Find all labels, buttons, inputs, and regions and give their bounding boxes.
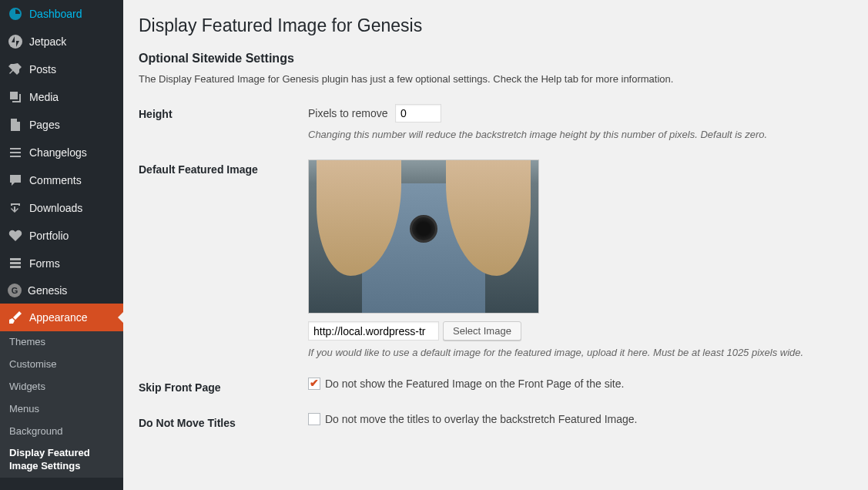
- sidebar-item-pages[interactable]: Pages: [0, 111, 123, 139]
- sidebar-item-label: Genesis: [28, 284, 67, 297]
- list-icon: [8, 145, 23, 160]
- no-move-titles-checkbox[interactable]: [308, 413, 320, 425]
- heart-icon: [8, 228, 23, 243]
- sidebar-item-label: Comments: [29, 174, 82, 186]
- height-inline-label: Pixels to remove: [308, 107, 387, 119]
- submenu-background[interactable]: Background: [0, 421, 123, 443]
- svg-point-0: [8, 35, 22, 49]
- sidebar-item-label: Appearance: [29, 311, 88, 324]
- field-default-image: Default Featured Image Select Image If y…: [139, 159, 853, 358]
- submenu-customise[interactable]: Customise: [0, 354, 123, 376]
- sidebar-item-label: Posts: [29, 63, 56, 76]
- pages-icon: [8, 117, 23, 133]
- default-image-desc: If you would like to use a default image…: [308, 347, 853, 358]
- sidebar-item-label: Dashboard: [29, 8, 82, 20]
- appearance-submenu: Themes Customise Widgets Menus Backgroun…: [0, 331, 123, 478]
- submenu-widgets[interactable]: Widgets: [0, 376, 123, 398]
- brush-icon: [8, 310, 23, 325]
- sidebar-item-label: Forms: [29, 257, 60, 270]
- height-input[interactable]: [395, 104, 441, 123]
- select-image-button[interactable]: Select Image: [443, 321, 521, 341]
- sidebar-item-label: Pages: [29, 119, 60, 131]
- sidebar-item-changelogs[interactable]: Changelogs: [0, 139, 123, 166]
- submenu-menus[interactable]: Menus: [0, 398, 123, 421]
- page-title: Display Featured Image for Genesis: [139, 15, 853, 36]
- submenu-display-featured-image[interactable]: Display Featured Image Settings: [0, 442, 123, 478]
- sidebar-item-label: Downloads: [29, 202, 82, 214]
- skip-front-checkbox[interactable]: [308, 378, 320, 390]
- media-icon: [8, 89, 23, 105]
- pin-icon: [8, 62, 23, 77]
- submenu-themes[interactable]: Themes: [0, 331, 123, 354]
- page-subtitle: Optional Sitewide Settings: [139, 52, 853, 65]
- sidebar-item-label: Portfolio: [29, 230, 69, 242]
- admin-sidebar: Dashboard Jetpack Posts Media Pages Chan…: [0, 0, 123, 490]
- sidebar-item-dashboard[interactable]: Dashboard: [0, 0, 123, 28]
- default-image-label: Default Featured Image: [139, 159, 308, 176]
- sidebar-item-label: Changelogs: [29, 146, 87, 159]
- download-icon: [8, 200, 23, 216]
- sidebar-item-label: Jetpack: [29, 35, 66, 48]
- sidebar-item-portfolio[interactable]: Portfolio: [0, 222, 123, 250]
- jetpack-icon: [8, 34, 23, 49]
- height-label: Height: [139, 104, 308, 120]
- field-height: Height Pixels to remove Changing this nu…: [139, 104, 853, 140]
- skip-front-text: Do not show the Featured Image on the Fr…: [325, 378, 624, 390]
- image-url-input[interactable]: [308, 321, 439, 341]
- sidebar-item-posts[interactable]: Posts: [0, 55, 123, 83]
- dashboard-icon: [8, 6, 23, 22]
- comment-icon: [8, 173, 23, 188]
- sidebar-item-label: Media: [29, 91, 59, 103]
- field-skip-front: Skip Front Page Do not show the Featured…: [139, 378, 853, 394]
- page-intro: The Display Featured Image for Genesis p…: [139, 73, 853, 85]
- skip-front-label: Skip Front Page: [139, 378, 308, 394]
- sidebar-item-downloads[interactable]: Downloads: [0, 194, 123, 222]
- sidebar-item-genesis[interactable]: G Genesis: [0, 277, 123, 304]
- genesis-icon: G: [8, 284, 22, 297]
- sidebar-item-appearance[interactable]: Appearance: [0, 304, 123, 331]
- sidebar-item-jetpack[interactable]: Jetpack: [0, 28, 123, 55]
- main-content: Display Featured Image for Genesis Optio…: [123, 0, 868, 490]
- forms-icon: [8, 256, 23, 271]
- sidebar-item-forms[interactable]: Forms: [0, 250, 123, 277]
- height-desc: Changing this number will reduce the bac…: [308, 129, 853, 140]
- no-move-titles-label: Do Not Move Titles: [139, 413, 308, 429]
- image-preview: [308, 159, 539, 314]
- field-no-move-titles: Do Not Move Titles Do not move the title…: [139, 413, 853, 429]
- sidebar-item-media[interactable]: Media: [0, 83, 123, 111]
- sidebar-item-comments[interactable]: Comments: [0, 166, 123, 194]
- no-move-titles-text: Do not move the titles to overlay the ba…: [325, 413, 637, 425]
